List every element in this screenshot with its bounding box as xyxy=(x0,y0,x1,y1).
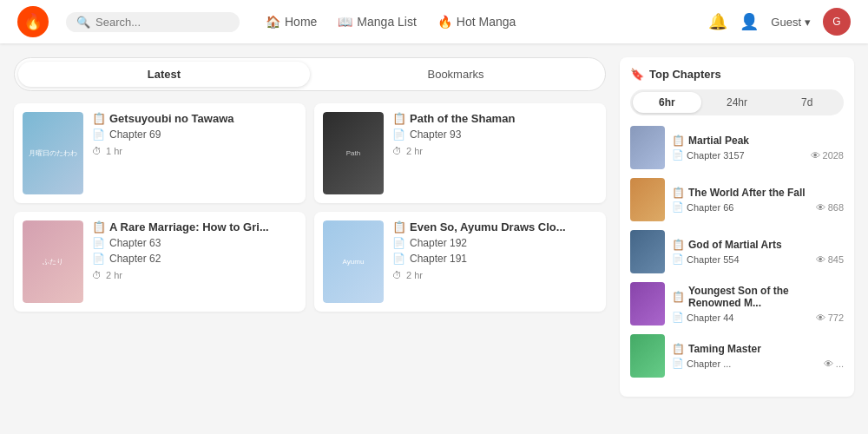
manga-title-3: 📋 A Rare Marriage: How to Gri... xyxy=(92,220,297,233)
clock-icon: ⏱ xyxy=(92,146,102,156)
top-chapters-box: 🔖 Top Chapters 6hr 24hr 7d 📋 Martial Pea… xyxy=(620,57,854,397)
tab-bookmarks[interactable]: Bookmarks xyxy=(310,62,602,87)
tc-item-2[interactable]: 📋 The World After the Fall 📄 Chapter 66 … xyxy=(630,178,844,221)
chapter-row-3b: 📄 Chapter 62 xyxy=(92,253,297,265)
left-panel: Latest Bookmarks 月曜日のたわわ 📋 Getsuyoubi no… xyxy=(14,57,606,420)
tab-latest[interactable]: Latest xyxy=(18,62,310,87)
search-input[interactable] xyxy=(95,16,226,29)
tc-tabs: 6hr 24hr 7d xyxy=(630,89,844,115)
tc-item-4[interactable]: 📋 Youngest Son of the Renowned M... 📄 Ch… xyxy=(630,282,844,326)
clock-icon-4: ⏱ xyxy=(392,270,402,280)
manga-title-4: 📋 Even So, Ayumu Draws Clo... xyxy=(392,220,597,233)
manga-card-2[interactable]: Path 📋 Path of the Shaman 📄 Chapter 93 ⏱… xyxy=(314,103,606,203)
tc-cover-5 xyxy=(630,334,665,378)
time-row-2: ⏱ 2 hr xyxy=(392,146,597,156)
manga-grid: 月曜日のたわわ 📋 Getsuyoubi no Tawawa 📄 Chapter… xyxy=(14,103,606,312)
fire-icon: 🔥 xyxy=(437,15,452,29)
content-tabs: Latest Bookmarks xyxy=(14,57,606,91)
chapter-row-4a: 📄 Chapter 192 xyxy=(392,237,597,249)
nav-home[interactable]: 🏠 Home xyxy=(266,15,317,29)
navbar: 🔥 🔍 🏠 Home 📖 Manga List 🔥 Hot Manga 🔔 👤 … xyxy=(0,0,868,43)
tc-cover-4 xyxy=(630,282,665,326)
time-row-3: ⏱ 2 hr xyxy=(92,270,297,280)
clock-icon-3: ⏱ xyxy=(92,270,102,280)
manga-title-2: 📋 Path of the Shaman xyxy=(392,112,597,125)
manga-type-icon-4: 📋 xyxy=(392,220,406,233)
tc-cover-1 xyxy=(630,126,665,169)
eye-icon-3: 👁 xyxy=(816,254,825,265)
tc-chapter-row-4: 📄 Chapter 44 👁 772 xyxy=(672,312,844,323)
tc-views-4: 👁 772 xyxy=(816,312,844,323)
tc-views-1: 👁 2028 xyxy=(811,150,844,161)
tc-item-1[interactable]: 📋 Martial Peak 📄 Chapter 3157 👁 2028 xyxy=(630,126,844,169)
tc-views-5: 👁 ... xyxy=(824,358,844,369)
tc-chapter-5: 📄 Chapter ... xyxy=(672,358,731,369)
manga-info-1: 📋 Getsuyoubi no Tawawa 📄 Chapter 69 ⏱ 1 … xyxy=(92,112,297,194)
bookmark-icon: 🔖 xyxy=(630,68,644,81)
profile-icon[interactable]: 👤 xyxy=(740,12,759,31)
manga-card-3[interactable]: ふたり 📋 A Rare Marriage: How to Gri... 📄 C… xyxy=(14,212,306,312)
tc-tab-6hr[interactable]: 6hr xyxy=(633,92,701,113)
main-content: Latest Bookmarks 月曜日のたわわ 📋 Getsuyoubi no… xyxy=(0,43,868,434)
tc-type-icon-5: 📋 xyxy=(672,343,685,355)
chapter-row-2: 📄 Chapter 93 xyxy=(392,128,597,141)
tc-chapter-icon-2: 📄 xyxy=(672,201,684,213)
avatar[interactable]: G xyxy=(823,8,851,36)
tc-type-icon-4: 📋 xyxy=(672,291,685,303)
manga-card-4[interactable]: Ayumu 📋 Even So, Ayumu Draws Clo... 📄 Ch… xyxy=(314,212,606,312)
tc-chapter-row-5: 📄 Chapter ... 👁 ... xyxy=(672,358,844,369)
tc-type-icon-3: 📋 xyxy=(672,239,685,251)
tc-item-3[interactable]: 📋 God of Martial Arts 📄 Chapter 554 👁 84… xyxy=(630,230,844,273)
tc-views-2: 👁 868 xyxy=(816,202,844,213)
manga-title-1: 📋 Getsuyoubi no Tawawa xyxy=(92,112,297,125)
tc-title-5: 📋 Taming Master xyxy=(672,343,844,355)
chapter-icon-3b: 📄 xyxy=(92,253,105,265)
tc-chapter-row-3: 📄 Chapter 554 👁 845 xyxy=(672,253,844,265)
nav-hot-manga[interactable]: 🔥 Hot Manga xyxy=(437,15,516,29)
tc-type-icon-1: 📋 xyxy=(672,135,685,147)
logo[interactable]: 🔥 xyxy=(17,6,49,37)
tc-info-3: 📋 God of Martial Arts 📄 Chapter 554 👁 84… xyxy=(672,239,844,265)
tc-info-4: 📋 Youngest Son of the Renowned M... 📄 Ch… xyxy=(672,285,844,323)
tc-chapter-3: 📄 Chapter 554 xyxy=(672,253,740,265)
chapter-icon-2: 📄 xyxy=(392,128,405,141)
tc-chapter-icon-1: 📄 xyxy=(672,149,684,161)
tc-title-4: 📋 Youngest Son of the Renowned M... xyxy=(672,285,844,309)
svg-text:🔥: 🔥 xyxy=(23,12,43,31)
user-button[interactable]: Guest ▾ xyxy=(771,16,811,29)
chapter-row-3a: 📄 Chapter 63 xyxy=(92,237,297,249)
tc-chapter-row-2: 📄 Chapter 66 👁 868 xyxy=(672,201,844,213)
chapter-row-1: 📄 Chapter 69 xyxy=(92,128,297,141)
manga-type-icon-2: 📋 xyxy=(392,112,406,125)
nav-manga-list[interactable]: 📖 Manga List xyxy=(338,15,416,29)
eye-icon-2: 👁 xyxy=(816,202,825,213)
right-panel: 🔖 Top Chapters 6hr 24hr 7d 📋 Martial Pea… xyxy=(620,57,854,420)
tc-info-2: 📋 The World After the Fall 📄 Chapter 66 … xyxy=(672,187,844,213)
tc-tab-24hr[interactable]: 24hr xyxy=(703,92,772,113)
top-chapters-header: 🔖 Top Chapters xyxy=(630,68,844,81)
chapter-icon-4b: 📄 xyxy=(392,253,405,265)
time-row-1: ⏱ 1 hr xyxy=(92,146,297,156)
tc-chapter-4: 📄 Chapter 44 xyxy=(672,312,733,323)
home-icon: 🏠 xyxy=(266,15,280,29)
nav-links: 🏠 Home 📖 Manga List 🔥 Hot Manga xyxy=(266,15,516,29)
tc-info-5: 📋 Taming Master 📄 Chapter ... 👁 ... xyxy=(672,343,844,369)
tc-item-5[interactable]: 📋 Taming Master 📄 Chapter ... 👁 ... xyxy=(630,334,844,378)
chevron-down-icon: ▾ xyxy=(805,16,811,29)
eye-icon-4: 👁 xyxy=(816,312,825,323)
eye-icon-1: 👁 xyxy=(811,150,820,161)
tc-chapter-1: 📄 Chapter 3157 xyxy=(672,149,745,161)
clock-icon-2: ⏱ xyxy=(392,146,402,156)
time-row-4: ⏱ 2 hr xyxy=(392,270,597,280)
search-bar[interactable]: 🔍 xyxy=(66,12,240,32)
tc-cover-3 xyxy=(630,230,665,273)
tc-tab-7d[interactable]: 7d xyxy=(773,92,841,113)
manga-card-1[interactable]: 月曜日のたわわ 📋 Getsuyoubi no Tawawa 📄 Chapter… xyxy=(14,103,306,203)
book-icon: 📖 xyxy=(338,15,352,29)
bell-icon[interactable]: 🔔 xyxy=(708,12,727,31)
tc-chapter-row-1: 📄 Chapter 3157 👁 2028 xyxy=(672,149,844,161)
tc-chapter-icon-3: 📄 xyxy=(672,253,684,265)
chapter-row-4b: 📄 Chapter 191 xyxy=(392,253,597,265)
tc-chapter-icon-5: 📄 xyxy=(672,358,684,369)
tc-title-1: 📋 Martial Peak xyxy=(672,135,844,147)
